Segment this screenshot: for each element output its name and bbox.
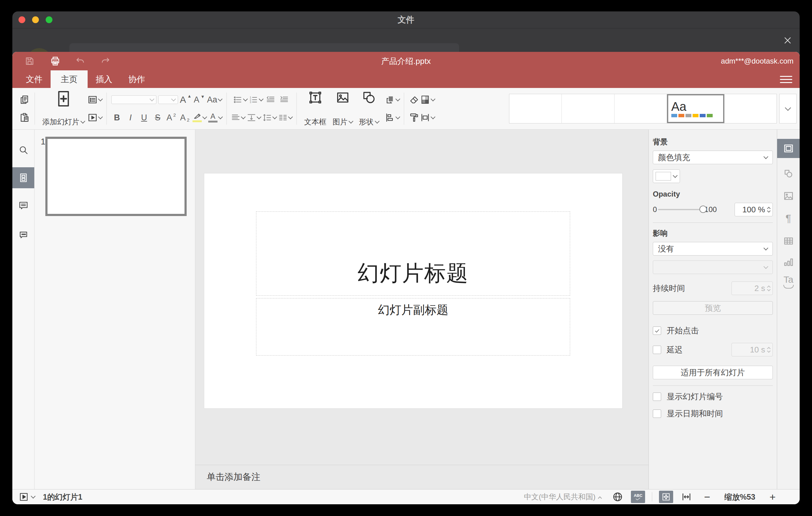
highlight-color-icon[interactable] (193, 111, 206, 124)
show-slide-number-checkbox[interactable] (653, 393, 661, 401)
slide-size-icon[interactable] (420, 111, 435, 124)
theme-thumbnail[interactable] (614, 94, 667, 123)
theme-thumbnail-selected[interactable]: Aa (667, 94, 724, 123)
tab-home[interactable]: 主页 (51, 70, 88, 88)
insert-shape-button[interactable]: 形状 (356, 88, 382, 129)
menu-icon[interactable] (780, 74, 792, 85)
eraser-icon[interactable] (408, 93, 420, 106)
theme-thumbnail[interactable] (509, 94, 562, 123)
font-color-icon[interactable]: A (208, 111, 222, 124)
slide-layout-group (88, 88, 102, 129)
columns-icon[interactable] (278, 111, 292, 124)
slide-info: 1的幻灯片1 (43, 492, 82, 502)
theme-thumbnail[interactable] (724, 94, 777, 123)
image-settings-icon[interactable] (777, 187, 800, 205)
subscript-icon[interactable]: A2 (179, 111, 191, 124)
effect-select[interactable]: 没有 (653, 242, 773, 256)
delay-checkbox[interactable] (653, 346, 661, 354)
theme-swatch (678, 114, 684, 117)
align-shapes-icon[interactable] (385, 111, 400, 124)
paint-roller-icon[interactable] (408, 111, 420, 124)
search-icon[interactable] (12, 140, 34, 161)
theme-gallery-expand-icon[interactable] (779, 94, 796, 123)
start-slideshow-icon[interactable] (88, 111, 102, 124)
language-select[interactable]: 中文(中华人民共和国) (524, 492, 601, 502)
paragraph-settings-icon[interactable]: ¶ (777, 209, 800, 228)
slide-subtitle-text: 幻灯片副标题 (378, 302, 448, 318)
add-slide-button[interactable]: 添加幻灯片 (39, 88, 88, 129)
zoom-out-button[interactable]: − (704, 492, 710, 502)
superscript-icon[interactable]: A2 (165, 111, 177, 124)
notes-placeholder[interactable]: 单击添加备注 (195, 465, 648, 489)
chevron-down-icon (763, 245, 768, 250)
decrease-indent-icon[interactable] (265, 93, 277, 106)
close-icon[interactable] (783, 36, 792, 45)
bold-icon[interactable]: B (111, 111, 123, 124)
comments-icon[interactable] (12, 195, 34, 216)
line-spacing-icon[interactable] (263, 111, 277, 124)
change-case-icon[interactable]: Aa (207, 93, 222, 106)
tab-insert[interactable]: 插入 (88, 70, 120, 88)
increase-indent-icon[interactable] (278, 93, 290, 106)
zoom-in-button[interactable]: + (770, 492, 776, 502)
chevron-down-icon (431, 114, 436, 119)
chart-settings-icon[interactable] (777, 253, 800, 271)
slide-canvas[interactable]: 幻灯片标题 幻灯片副标题 (204, 173, 622, 408)
insert-image-button[interactable]: 图片 (329, 88, 356, 129)
tab-file[interactable]: 文件 (18, 70, 51, 88)
redo-icon[interactable] (100, 56, 111, 66)
slide-layout-icon[interactable] (88, 93, 102, 106)
apply-to-all-slides-button[interactable]: 适用于所有幻灯片 (653, 366, 773, 379)
font-name-select[interactable] (111, 95, 156, 104)
slide-settings-icon[interactable] (777, 139, 800, 158)
print-icon[interactable] (50, 56, 60, 66)
show-date-time-checkbox[interactable] (653, 409, 661, 418)
fit-to-slide-icon[interactable] (659, 491, 673, 503)
textart-settings-icon[interactable]: Ta (777, 272, 800, 291)
language-label: 中文(中华人民共和国) (524, 492, 596, 502)
chevron-down-icon (218, 114, 223, 119)
slide-thumbnail[interactable] (45, 137, 187, 216)
chevron-down-icon (272, 114, 277, 119)
slide-subtitle-placeholder[interactable]: 幻灯片副标题 (256, 298, 570, 355)
theme-thumbnail[interactable] (562, 94, 614, 123)
delay-value: 10 s (750, 345, 765, 354)
opacity-spinner[interactable]: 100 % (734, 203, 773, 216)
color-scheme-icon[interactable] (420, 93, 435, 106)
horizontal-align-icon[interactable] (231, 111, 245, 124)
arrange-shapes-icon[interactable] (385, 93, 400, 106)
fit-to-width-icon[interactable] (681, 492, 692, 502)
increase-font-icon[interactable]: A▲ (180, 93, 192, 106)
bullet-list-icon[interactable] (233, 93, 247, 106)
background-label: 背景 (653, 137, 773, 147)
underline-icon[interactable]: U (138, 111, 150, 124)
spinner-arrows[interactable] (767, 206, 770, 213)
spellcheck-icon[interactable]: ABC (631, 491, 645, 503)
theme-swatch (707, 114, 713, 117)
chat-icon[interactable] (12, 224, 34, 245)
insert-textbox-button[interactable]: 文本框 (301, 88, 329, 129)
numbered-list-icon[interactable]: 123 (249, 93, 263, 106)
save-icon[interactable] (25, 56, 35, 66)
shape-settings-icon[interactable] (777, 164, 800, 183)
vertical-align-icon[interactable] (247, 111, 261, 124)
undo-icon[interactable] (75, 56, 86, 66)
strikethrough-icon[interactable]: S (152, 111, 164, 124)
tab-collaboration[interactable]: 协作 (120, 70, 153, 88)
status-right-group: 中文(中华人民共和国) ABC (524, 491, 776, 503)
background-fill-select[interactable]: 颜色填充 (653, 151, 773, 164)
avatar (27, 48, 52, 52)
italic-icon[interactable]: I (125, 111, 136, 124)
font-size-select[interactable] (158, 95, 178, 104)
table-settings-icon[interactable] (777, 231, 800, 251)
decrease-font-icon[interactable]: A▼ (194, 93, 205, 106)
document-language-icon[interactable] (612, 492, 623, 502)
slides-panel-icon[interactable] (12, 167, 34, 188)
start-slideshow-button[interactable] (19, 492, 35, 501)
start-on-click-checkbox[interactable] (653, 326, 661, 335)
paste-icon[interactable] (19, 111, 30, 124)
background-color-swatch[interactable] (653, 169, 680, 183)
slide-title-placeholder[interactable]: 幻灯片标题 (256, 211, 570, 296)
copy-icon[interactable] (19, 93, 30, 106)
opacity-slider[interactable] (658, 209, 703, 210)
